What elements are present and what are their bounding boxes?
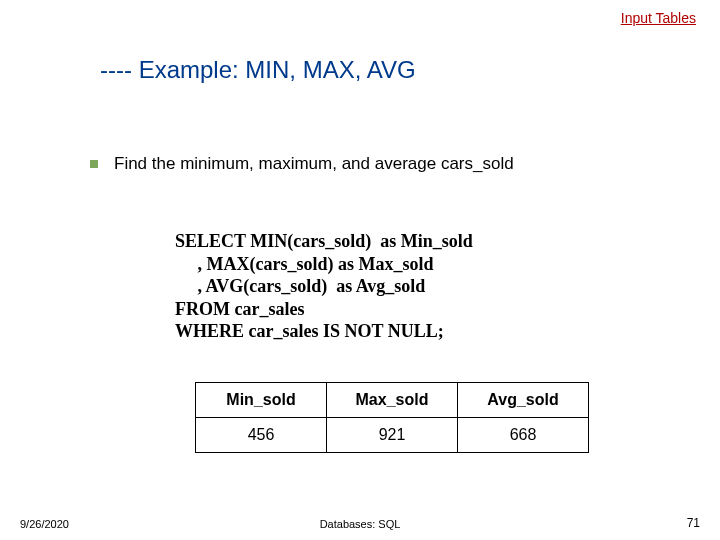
table-cell: 456 <box>196 418 327 453</box>
sql-line: SELECT MIN(cars_sold) as Min_sold <box>175 231 473 251</box>
page-title: ---- Example: MIN, MAX, AVG <box>100 56 416 84</box>
sql-line: , AVG(cars_sold) as Avg_sold <box>175 276 425 296</box>
col-header: Max_sold <box>327 383 458 418</box>
square-bullet-icon <box>90 160 98 168</box>
footer-page-number: 71 <box>687 516 700 530</box>
result-table: Min_sold Max_sold Avg_sold 456 921 668 <box>195 382 589 453</box>
table-cell: 921 <box>327 418 458 453</box>
bullet-text: Find the minimum, maximum, and average c… <box>114 154 514 174</box>
sql-line: WHERE car_sales IS NOT NULL; <box>175 321 444 341</box>
input-tables-link[interactable]: Input Tables <box>621 10 696 26</box>
footer-title: Databases: SQL <box>0 518 720 530</box>
table-row: 456 921 668 <box>196 418 589 453</box>
table-header-row: Min_sold Max_sold Avg_sold <box>196 383 589 418</box>
sql-line: FROM car_sales <box>175 299 304 319</box>
table-cell: 668 <box>458 418 589 453</box>
col-header: Avg_sold <box>458 383 589 418</box>
sql-line: , MAX(cars_sold) as Max_sold <box>175 254 434 274</box>
col-header: Min_sold <box>196 383 327 418</box>
sql-code-block: SELECT MIN(cars_sold) as Min_sold , MAX(… <box>175 230 473 343</box>
bullet-item: Find the minimum, maximum, and average c… <box>90 154 514 174</box>
